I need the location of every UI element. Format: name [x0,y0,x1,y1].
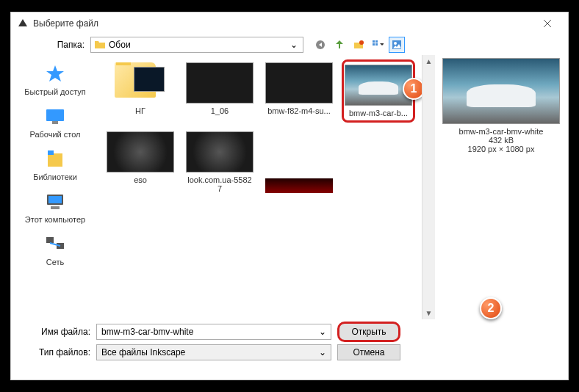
scroll-down-icon[interactable]: ▼ [422,307,435,319]
svg-rect-13 [46,109,64,121]
svg-point-11 [394,42,397,45]
open-button[interactable]: Открыть [337,322,400,342]
preview-thumbnail [442,58,560,124]
folder-icon [94,39,106,51]
new-folder-icon[interactable] [350,37,367,53]
svg-point-5 [359,40,364,45]
view-menu-icon[interactable] [370,37,386,53]
desktop-icon [43,105,67,128]
scrollbar-vertical[interactable]: ▲ ▼ [422,55,435,319]
svg-marker-0 [18,19,27,26]
sidebar-item-desktop[interactable]: Рабочий стол [18,102,92,142]
file-dialog-window: Выберите файл Папка: Обои ⌄ Быстрый дост… [10,12,569,380]
filename-label: Имя файла: [17,327,96,337]
svg-rect-18 [48,196,62,203]
filename-input[interactable]: bmw-m3-car-bmv-white ⌄ [96,324,331,340]
file-item-selected[interactable]: bmw-m3-car-b... 1 [342,59,415,123]
preview-pane: bmw-m3-car-bmv-white 432 kB 1920 px × 10… [435,55,567,319]
computer-icon [43,190,67,214]
sidebar-item-this-pc[interactable]: Этот компьютер [18,187,92,227]
back-icon[interactable] [312,37,328,53]
cancel-button[interactable]: Отмена [337,344,400,360]
folder-dropdown[interactable]: Обои ⌄ [90,37,303,53]
svg-rect-9 [375,43,378,46]
bottom-form: 2 Имя файла: bmw-m3-car-bmv-white ⌄ Откр… [11,319,568,366]
svg-rect-7 [375,40,378,43]
file-item[interactable]: 1_06 [183,59,256,123]
file-item[interactable]: eso [104,128,177,196]
filetype-dropdown[interactable]: Все файлы Inkscape ⌄ [96,344,331,360]
sidebar-item-quick-access[interactable]: Быстрый доступ [18,59,92,99]
svg-rect-14 [52,121,58,124]
toolbar-icons [312,37,405,53]
chevron-down-icon: ⌄ [319,347,326,357]
places-sidebar: Быстрый доступ Рабочий стол Библиотеки Э… [11,55,99,319]
preview-toggle-icon[interactable] [389,37,405,53]
preview-info: bmw-m3-car-bmv-white 432 kB 1920 px × 10… [459,127,544,153]
app-icon [17,18,29,29]
sidebar-item-libraries[interactable]: Библиотеки [18,145,92,184]
svg-rect-8 [373,43,375,46]
folder-label: Папка: [17,40,90,50]
chevron-down-icon: ⌄ [319,327,326,337]
network-icon [43,233,67,256]
file-item[interactable]: bmw-f82-m4-su... [262,59,336,123]
file-item-folder[interactable]: НГ [104,59,177,123]
filetype-label: Тип файлов: [17,347,96,357]
preview-dimensions: 1920 px × 1080 px [459,145,544,153]
svg-rect-19 [51,206,60,209]
titlebar: Выберите файл [11,12,568,35]
svg-marker-12 [46,65,64,81]
preview-filename: bmw-m3-car-bmv-white [459,127,544,136]
folder-name: Обои [109,40,288,50]
close-button[interactable] [533,13,562,34]
chevron-down-icon: ⌄ [288,40,300,50]
file-item[interactable]: look.com.ua-55827 [183,128,256,196]
preview-filesize: 432 kB [459,136,544,145]
callout-marker-2: 2 [480,297,502,319]
close-icon [544,20,551,27]
file-list[interactable]: НГ 1_06 bmw-f82-m4-su... bmw-m3-car-b...… [99,55,422,319]
folder-toolbar: Папка: Обои ⌄ [11,35,568,55]
sidebar-item-network[interactable]: Сеть [18,230,92,269]
svg-rect-15 [48,153,62,167]
callout-marker-1: 1 [403,78,422,100]
main-area: Быстрый доступ Рабочий стол Библиотеки Э… [11,55,568,319]
scroll-up-icon[interactable]: ▲ [422,55,435,68]
file-item-partial[interactable] [262,175,336,196]
star-icon [43,62,67,86]
window-title: Выберите файл [33,18,533,29]
up-icon[interactable] [331,37,348,53]
libraries-icon [43,148,67,171]
svg-rect-16 [48,150,54,155]
svg-rect-6 [373,40,375,43]
svg-rect-20 [46,237,54,243]
